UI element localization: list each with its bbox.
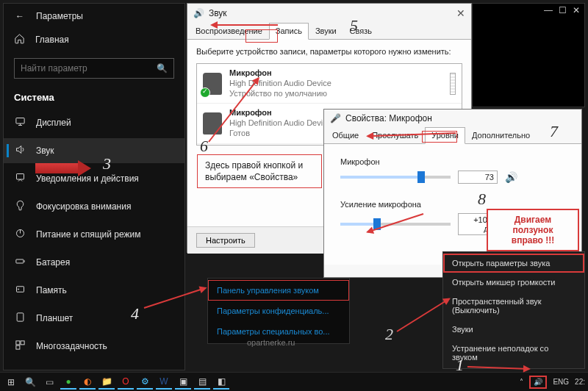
annotation-number-7: 7 [550,122,558,141]
nav-focus[interactable]: Фокусировка внимания [4,194,184,219]
nav-label: Звук [36,146,54,156]
ctx-open-mixer[interactable]: Открыть микшер громкости [443,273,584,292]
configure-button[interactable]: Настроить [196,233,255,248]
link-privacy[interactable]: Параметры конфиденциаль... [208,301,349,321]
tray-chevron-icon[interactable]: ˄ [520,378,523,386]
sound-instructions: Выберите устройство записи, параметры ко… [196,47,462,56]
mic-level-slider[interactable] [340,171,451,183]
microphone-icon: 🎤 [330,113,341,123]
annotation-number-8: 8 [478,190,486,209]
speaker-icon[interactable]: 🔊 [505,171,517,183]
svg-rect-6 [17,313,24,321]
annotation-text-box: Здесь правой кнопкой ивыбираем «Свойства… [197,154,322,188]
tab-general[interactable]: Общие [326,127,365,143]
nav-label: Планшет [36,313,73,323]
search-input-wrap[interactable]: 🔍 [14,58,174,79]
settings-title: Параметры [36,11,83,21]
annotation-highlight [422,131,457,143]
annotation-number-6: 6 [200,137,208,156]
multitask-icon [14,340,26,353]
tab-comm[interactable]: Связь [343,23,379,39]
nav-sound[interactable]: Звук [4,138,184,163]
volume-tray-icon[interactable]: 🔊 [529,376,547,389]
link-sound-control-panel[interactable]: Панель управления звуком [208,280,349,301]
speaker-icon: 🔊 [193,8,204,18]
nav-label: Питание и спящий режим [36,229,141,240]
home-nav[interactable]: Главная [4,26,184,54]
back-icon[interactable]: ← [14,11,26,21]
search-icon[interactable]: 🔍 [22,375,38,390]
ctx-spatial-sound[interactable]: Пространственный звук (Выключить) [443,292,584,320]
settings-sidebar: ← Параметры Главная 🔍 Система Дисплей Зв… [3,3,185,370]
microphone-icon [203,73,222,95]
nav-label: Многозадачность [36,341,107,351]
svg-rect-3 [15,259,23,263]
nav-tablet[interactable]: Планшет [4,306,184,331]
taskbar-app[interactable]: ▣ [175,375,191,390]
taskbar-app[interactable]: ◐ [79,375,96,390]
close-icon[interactable]: ✕ [573,5,580,18]
taskbar-app[interactable]: ◧ [213,375,229,390]
home-label: Главная [35,35,69,45]
taskbar-app[interactable]: ● [60,375,76,390]
svg-rect-1 [16,174,24,180]
ctx-troubleshoot[interactable]: Устранение неполадок со звуком [443,339,584,367]
display-icon [14,116,26,129]
device-status: Готов [229,129,323,139]
lang-indicator[interactable]: ENG [553,378,569,386]
annotation-highlight [245,29,278,43]
minimize-icon[interactable]: — [544,5,553,18]
taskbar-app[interactable]: W [156,375,172,390]
mic-boost-slider[interactable] [340,218,451,230]
clock[interactable]: 22: [575,378,585,386]
mic-dialog-title: Свойства: Микрофон [345,113,432,123]
nav-power[interactable]: Питание и спящий режим [4,222,184,247]
svg-rect-7 [15,341,19,345]
start-icon[interactable]: ⊞ [3,375,19,390]
storage-icon [14,284,26,297]
taskbar-app[interactable]: ⚙ [137,375,153,390]
tab-sounds[interactable]: Звуки [309,23,343,39]
power-icon [14,228,26,241]
nav-multitask[interactable]: Многозадачность [4,334,184,359]
sound-dialog-title: Звук [209,8,227,18]
annotation-number-2: 2 [385,325,393,344]
maximize-icon[interactable]: ☐ [559,5,567,18]
taskbar[interactable]: ⊞ 🔍 ▭ ● ◐ 📁 O ⚙ W ▣ ▤ ◧ ˄ 🔊 ENG 22: [0,372,588,391]
search-icon: 🔍 [157,63,168,73]
nav-notifications[interactable]: Уведомления и действия [4,166,184,191]
annotation-text-box: Двигаем ползуноквправо !!! [487,209,579,251]
svg-rect-0 [15,118,24,124]
ctx-open-sound-settings[interactable]: Открыть параметры звука [443,254,584,273]
nav-display[interactable]: Дисплей [4,110,184,135]
nav-storage[interactable]: Память [4,278,184,303]
level-meter [450,73,456,95]
annotation-number-5: 5 [350,16,358,35]
nav-battery[interactable]: Батарея [4,250,184,275]
mic-titlebar[interactable]: 🎤 Свойства: Микрофон [324,110,581,127]
search-input[interactable] [21,63,146,73]
notifications-icon [14,172,26,185]
sound-titlebar[interactable]: 🔊 Звук ✕ [187,4,471,23]
annotation-number-1: 1 [456,356,464,375]
mic-level-value[interactable]: 73 [458,171,498,184]
tab-advanced[interactable]: Дополнительно [465,127,537,143]
taskbar-app[interactable]: ▤ [194,375,210,390]
device-driver: High Definition Audio Device [229,79,331,89]
taskview-icon[interactable]: ▭ [41,375,57,390]
focus-icon [14,200,26,213]
home-icon [14,33,25,46]
annotation-number-3: 3 [103,154,111,173]
taskbar-app[interactable]: 📁 [98,375,115,390]
nav-label: Фокусировка внимания [36,201,131,212]
svg-rect-8 [21,341,24,345]
background-window: —☐✕ [472,3,585,107]
device-row[interactable]: Микрофон High Definition Audio Device Ус… [197,64,462,104]
battery-icon [14,256,26,269]
taskbar-app[interactable]: O [118,375,134,390]
ctx-sounds[interactable]: Звуки [443,320,584,339]
device-driver: High Definition Audio Devi [229,118,323,129]
close-icon[interactable]: ✕ [456,7,465,19]
annotation-arrow [396,298,449,332]
annotation-number-4: 4 [131,304,139,323]
